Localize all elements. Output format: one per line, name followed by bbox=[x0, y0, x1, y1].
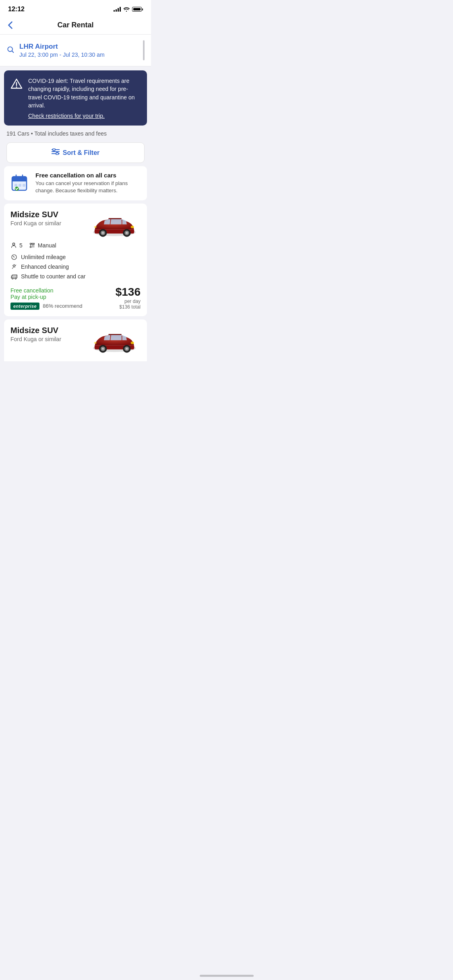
svg-point-30 bbox=[31, 243, 33, 244]
feature-cleaning-label: Enhanced cleaning bbox=[21, 264, 69, 270]
svg-point-45 bbox=[102, 348, 104, 350]
svg-point-31 bbox=[33, 243, 34, 244]
price-total: $136 total bbox=[116, 304, 141, 310]
cleaning-icon bbox=[10, 263, 18, 270]
car-card[interactable]: Midsize SUV Ford Kuga or similar bbox=[4, 204, 147, 316]
svg-point-27 bbox=[94, 226, 97, 228]
search-icon bbox=[6, 45, 14, 56]
car-card-header-2: Midsize SUV Ford Kuga or similar bbox=[10, 326, 141, 358]
sort-filter-button[interactable]: Sort & Filter bbox=[6, 142, 145, 163]
status-bar: 12:12 bbox=[0, 0, 151, 16]
sort-filter-label: Sort & Filter bbox=[63, 149, 100, 156]
battery-icon bbox=[132, 7, 143, 12]
car-model-2: Ford Kuga or similar bbox=[10, 336, 84, 342]
transmission-spec: Manual bbox=[29, 242, 56, 249]
header: Car Rental bbox=[0, 16, 151, 35]
free-cancel-description: You can cancel your reservation if plans… bbox=[35, 180, 141, 194]
feature-cleaning: Enhanced cleaning bbox=[10, 263, 141, 270]
signal-icon bbox=[114, 7, 121, 12]
calendar-icon bbox=[10, 173, 30, 193]
recommend-percent: 86% recommend bbox=[43, 303, 82, 309]
svg-point-28 bbox=[12, 243, 14, 245]
svg-point-25 bbox=[126, 232, 128, 234]
free-cancel-title: Free cancellation on all cars bbox=[35, 172, 141, 179]
price-per-day: per day bbox=[116, 299, 141, 304]
warning-icon bbox=[10, 78, 23, 90]
svg-rect-11 bbox=[12, 180, 27, 181]
svg-point-22 bbox=[102, 232, 104, 234]
alert-content: COVID-19 alert: Travel requirements are … bbox=[28, 77, 141, 119]
search-location: LHR Airport bbox=[19, 43, 105, 51]
free-cancellation-banner: Free cancellation on all cars You can ca… bbox=[4, 166, 147, 200]
pay-pickup-label: Pay at pick-up bbox=[10, 294, 82, 300]
enterprise-badge: enterprise bbox=[10, 303, 39, 310]
svg-point-8 bbox=[56, 152, 58, 155]
svg-point-26 bbox=[131, 226, 134, 229]
alert-message: COVID-19 alert: Travel requirements are … bbox=[28, 77, 141, 109]
shuttle-icon bbox=[10, 273, 18, 280]
car-specs: 5 Manual bbox=[10, 242, 141, 249]
mileage-icon bbox=[10, 253, 18, 261]
vendor-row: enterprise 86% recommend bbox=[10, 303, 82, 310]
svg-rect-14 bbox=[14, 184, 17, 187]
svg-point-32 bbox=[30, 246, 31, 247]
svg-rect-16 bbox=[23, 184, 25, 187]
covid-alert-banner: COVID-19 alert: Travel requirements are … bbox=[4, 70, 147, 126]
price-amount: $136 bbox=[116, 286, 141, 298]
filter-icon bbox=[52, 148, 60, 157]
svg-rect-15 bbox=[19, 184, 21, 187]
feature-mileage-label: Unlimited mileage bbox=[21, 254, 66, 260]
svg-point-7 bbox=[53, 148, 55, 151]
car-card-second[interactable]: Midsize SUV Ford Kuga or similar bbox=[4, 319, 147, 361]
search-bar[interactable]: LHR Airport Jul 22, 3:00 pm - Jul 23, 10… bbox=[0, 35, 151, 66]
car-info-2: Midsize SUV Ford Kuga or similar bbox=[10, 326, 84, 342]
car-price: $136 per day $136 total bbox=[116, 286, 141, 310]
svg-point-3 bbox=[16, 86, 17, 88]
feature-mileage: Unlimited mileage bbox=[10, 253, 141, 261]
svg-rect-19 bbox=[108, 218, 122, 219]
search-info: LHR Airport Jul 22, 3:00 pm - Jul 23, 10… bbox=[19, 43, 105, 58]
header-title: Car Rental bbox=[57, 21, 93, 29]
feature-shuttle-label: Shuttle to counter and car bbox=[21, 273, 85, 280]
svg-rect-42 bbox=[108, 334, 122, 335]
transmission-type: Manual bbox=[38, 242, 56, 249]
svg-point-50 bbox=[94, 342, 97, 344]
car-type: Midsize SUV bbox=[10, 210, 84, 219]
feature-shuttle: Shuttle to counter and car bbox=[10, 273, 141, 280]
free-cancel-label: Free cancellation bbox=[10, 287, 82, 294]
svg-point-48 bbox=[126, 348, 128, 350]
alert-link[interactable]: Check restrictions for your trip. bbox=[28, 113, 141, 119]
free-cancel-content: Free cancellation on all cars You can ca… bbox=[35, 172, 141, 194]
car-model: Ford Kuga or similar bbox=[10, 220, 84, 226]
car-card-footer: Free cancellation Pay at pick-up enterpr… bbox=[10, 286, 141, 310]
svg-point-39 bbox=[15, 278, 17, 279]
wifi-icon bbox=[123, 7, 130, 12]
passengers-spec: 5 bbox=[10, 242, 23, 249]
status-icons bbox=[114, 7, 143, 12]
back-button[interactable] bbox=[8, 21, 12, 29]
car-booking-info: Free cancellation Pay at pick-up enterpr… bbox=[10, 287, 82, 310]
svg-point-37 bbox=[14, 257, 14, 257]
car-info: Midsize SUV Ford Kuga or similar bbox=[10, 210, 84, 226]
car-card-header: Midsize SUV Ford Kuga or similar bbox=[10, 210, 141, 242]
status-time: 12:12 bbox=[8, 6, 25, 13]
passengers-count: 5 bbox=[19, 242, 23, 249]
results-count: 191 Cars • Total includes taxes and fees bbox=[0, 126, 151, 139]
car-image bbox=[88, 210, 141, 242]
svg-point-49 bbox=[131, 342, 134, 344]
car-type-2: Midsize SUV bbox=[10, 326, 84, 335]
scrollbar bbox=[143, 40, 145, 60]
car-features: Unlimited mileage Enhanced cleaning Sh bbox=[10, 253, 141, 280]
car-image-2 bbox=[88, 326, 141, 358]
svg-point-38 bbox=[12, 278, 14, 279]
svg-point-29 bbox=[30, 243, 31, 244]
search-dates: Jul 22, 3:00 pm - Jul 23, 10:30 am bbox=[19, 51, 105, 58]
